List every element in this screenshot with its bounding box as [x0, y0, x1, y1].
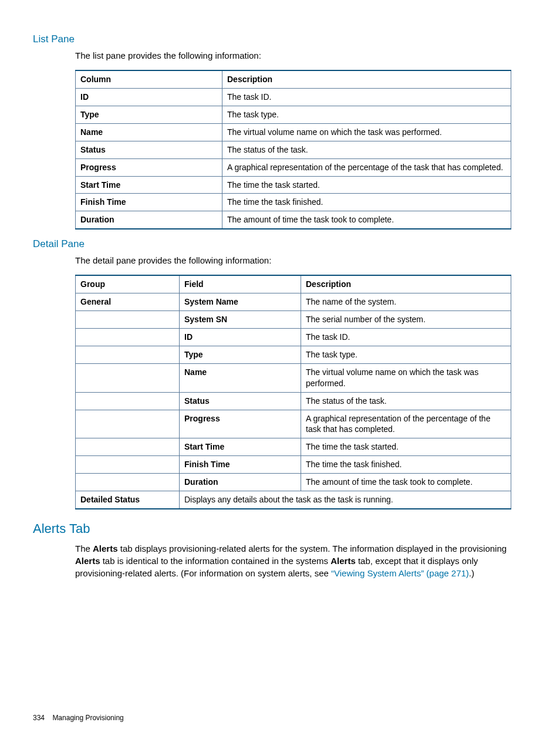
cell-group	[76, 474, 180, 491]
cell-group	[76, 456, 180, 474]
intro-list-pane: The list pane provides the following inf…	[75, 50, 511, 62]
cell-desc: The time the task started.	[301, 438, 511, 456]
text: The	[75, 544, 93, 553]
cell-field: System SN	[180, 311, 301, 329]
th-description: Description	[301, 275, 511, 293]
th-field: Field	[180, 275, 301, 293]
cell-field: ID	[180, 329, 301, 346]
th-description: Description	[222, 70, 511, 88]
cell-desc: The status of the task.	[222, 141, 511, 158]
cell-field: Duration	[180, 474, 301, 491]
table-row: StatusThe status of the task.	[76, 392, 511, 410]
cell-desc: The time the task finished.	[222, 194, 511, 211]
cell-col: Start Time	[76, 176, 222, 194]
cell-group	[76, 410, 180, 438]
table-row: StatusThe status of the task.	[76, 141, 511, 158]
page-footer: 334 Managing Provisioning	[33, 713, 124, 723]
cell-field: Name	[180, 363, 301, 392]
cell-group	[76, 392, 180, 410]
table-row: DurationThe amount of time the task took…	[76, 211, 511, 229]
cell-group: General	[76, 293, 180, 311]
cell-group	[76, 363, 180, 392]
table-row: Finish TimeThe time the task finished.	[76, 194, 511, 211]
table-row: GeneralSystem NameThe name of the system…	[76, 293, 511, 311]
table-row: Start TimeThe time the task started.	[76, 176, 511, 194]
cell-group	[76, 329, 180, 346]
bold-text: Alerts	[93, 544, 118, 553]
cell-field: Status	[180, 392, 301, 410]
bold-text: Alerts	[75, 556, 100, 566]
cell-col: Status	[76, 141, 222, 158]
cell-desc: The time the task finished.	[301, 456, 511, 474]
table-row: IDThe task ID.	[76, 89, 511, 106]
cell-col: Finish Time	[76, 194, 222, 211]
cell-field: Type	[180, 346, 301, 363]
cell-group: Detailed Status	[76, 491, 180, 508]
cell-desc: The time the task started.	[222, 176, 511, 194]
intro-detail-pane: The detail pane provides the following i…	[75, 255, 511, 266]
table-detail-pane: Group Field Description GeneralSystem Na…	[75, 275, 511, 509]
text: .)	[469, 568, 474, 578]
cell-desc: The amount of time the task took to comp…	[301, 474, 511, 491]
table-row: IDThe task ID.	[76, 329, 511, 346]
cell-field: Finish Time	[180, 456, 301, 474]
table-row: DurationThe amount of time the task took…	[76, 474, 511, 491]
cell-field: System Name	[180, 293, 301, 311]
cell-desc: The status of the task.	[301, 392, 511, 410]
cell-desc: The task ID.	[222, 89, 511, 106]
cell-desc: The serial number of the system.	[301, 311, 511, 329]
table-header-row: Column Description	[76, 70, 511, 88]
paragraph-alerts-tab: The Alerts tab displays provisioning-rel…	[75, 542, 511, 579]
cell-desc: A graphical representation of the percen…	[222, 158, 511, 176]
cell-field: Progress	[180, 410, 301, 438]
cell-field: Start Time	[180, 438, 301, 456]
table-row: Finish TimeThe time the task finished.	[76, 456, 511, 474]
cell-col: Type	[76, 106, 222, 123]
text: tab displays provisioning-related alerts…	[118, 544, 507, 553]
cell-desc: The task type.	[222, 106, 511, 123]
table-row: Start TimeThe time the task started.	[76, 438, 511, 456]
table-row: ProgressA graphical representation of th…	[76, 410, 511, 438]
cell-col: Progress	[76, 158, 222, 176]
cell-span: Displays any details about the task as t…	[180, 491, 511, 508]
cell-desc: The task type.	[301, 346, 511, 363]
cell-col: ID	[76, 89, 222, 106]
cell-col: Duration	[76, 211, 222, 229]
cell-group	[76, 346, 180, 363]
table-list-pane: Column Description IDThe task ID. TypeTh…	[75, 70, 511, 229]
chapter-title: Managing Provisioning	[52, 714, 123, 722]
cell-desc: The task ID.	[301, 329, 511, 346]
cell-group	[76, 311, 180, 329]
table-row: NameThe virtual volume name on which the…	[76, 123, 511, 141]
cell-desc: The virtual volume name on which the tas…	[222, 123, 511, 141]
table-row: ProgressA graphical representation of th…	[76, 158, 511, 176]
heading-list-pane: List Pane	[33, 33, 511, 46]
cell-desc: The name of the system.	[301, 293, 511, 311]
heading-alerts-tab: Alerts Tab	[33, 520, 511, 538]
table-row: TypeThe task type.	[76, 106, 511, 123]
cell-group	[76, 438, 180, 456]
heading-detail-pane: Detail Pane	[33, 238, 511, 251]
text: tab is identical to the information cont…	[100, 556, 331, 566]
table-row: Detailed Status Displays any details abo…	[76, 491, 511, 508]
cell-desc: A graphical representation of the percen…	[301, 410, 511, 438]
th-group: Group	[76, 275, 180, 293]
cell-desc: The amount of time the task took to comp…	[222, 211, 511, 229]
table-header-row: Group Field Description	[76, 275, 511, 293]
bold-text: Alerts	[330, 556, 356, 566]
table-row: NameThe virtual volume name on which the…	[76, 363, 511, 392]
cell-col: Name	[76, 123, 222, 141]
th-column: Column	[76, 70, 222, 88]
table-row: TypeThe task type.	[76, 346, 511, 363]
table-row: System SNThe serial number of the system…	[76, 311, 511, 329]
page-number: 334	[33, 714, 45, 722]
xref-viewing-system-alerts[interactable]: “Viewing System Alerts” (page 271)	[331, 568, 469, 578]
cell-desc: The virtual volume name on which the tas…	[301, 363, 511, 392]
